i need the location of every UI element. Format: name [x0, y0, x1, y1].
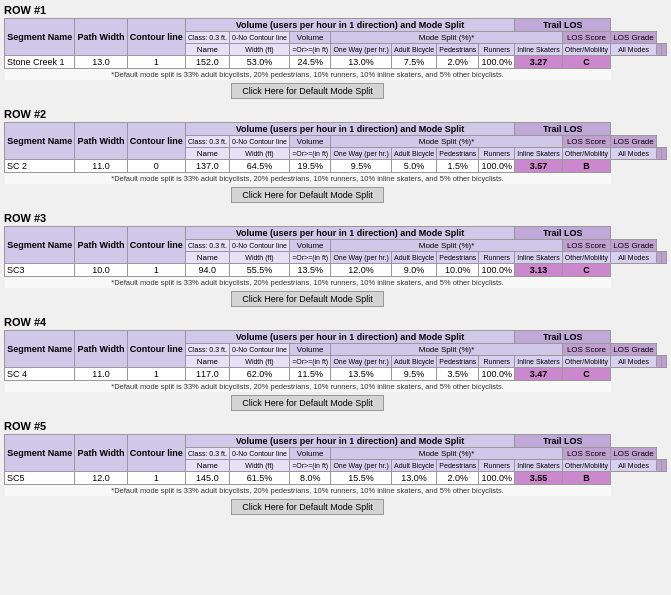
- col-header-volume: Volume (users per hour in 1 direction) a…: [185, 123, 514, 136]
- table-row: Stone Creek 113.01152.053.0%24.5%13.0%7.…: [5, 56, 667, 69]
- col-header-segment: Segment Name: [5, 123, 75, 160]
- subheader-los-grade: LOS Grade: [611, 32, 657, 44]
- cell-path: 13.0: [75, 56, 127, 69]
- namerow-los-grade: [661, 356, 666, 368]
- subheader-nocontour: 0-No Contour line: [229, 136, 289, 148]
- col-header-segment: Segment Name: [5, 435, 75, 472]
- cell-contour: 1: [127, 472, 185, 485]
- col-header-volume: Volume (users per hour in 1 direction) a…: [185, 227, 514, 240]
- namerow-los-grade: [661, 148, 666, 160]
- col-header-trail-los: Trail LOS: [515, 331, 611, 344]
- cell-volume: 145.0: [185, 472, 229, 485]
- namerow-width: Width (ft): [229, 44, 289, 56]
- subheader-class: Class: 0.3 ft.: [185, 344, 229, 356]
- row-block-1: ROW #1Segment NamePath WidthContour line…: [4, 4, 667, 102]
- row-label-4: ROW #4: [4, 316, 667, 328]
- namerow-ms-3: Inline Skaters: [515, 252, 563, 264]
- cell-path: 12.0: [75, 472, 127, 485]
- table-5: Segment NamePath WidthContour lineVolume…: [4, 434, 667, 518]
- cell-path: 11.0: [75, 160, 127, 173]
- col-header-trail-los: Trail LOS: [515, 19, 611, 32]
- namerow-ms-4: Other/Mobility: [562, 460, 610, 472]
- default-mode-split-button-3[interactable]: Click Here for Default Mode Split: [231, 291, 384, 307]
- cell-ms-adult: 62.0%: [229, 368, 289, 381]
- namerow-allmodes: All Modes: [611, 252, 657, 264]
- subheader-los-score: LOS Score: [562, 32, 610, 44]
- subheader-los-score: LOS Score: [562, 136, 610, 148]
- cell-volume: 137.0: [185, 160, 229, 173]
- table-row: SC512.01145.061.5%8.0%15.5%13.0%2.0%100.…: [5, 472, 667, 485]
- namerow-width: Width (ft): [229, 148, 289, 160]
- cell-ms-runners: 9.5%: [331, 160, 392, 173]
- namerow-ms-0: Adult Bicycle: [391, 460, 436, 472]
- cell-los-score: 3.13: [515, 264, 563, 277]
- row-block-3: ROW #3Segment NamePath WidthContour line…: [4, 212, 667, 310]
- col-header-volume: Volume (users per hour in 1 direction) a…: [185, 19, 514, 32]
- col-header-path: Path Width: [75, 123, 127, 160]
- namerow-ms-0: Adult Bicycle: [391, 252, 436, 264]
- namerow-ms-1: Pedestrians: [437, 44, 479, 56]
- table-row: SC 211.00137.064.5%19.5%9.5%5.0%1.5%100.…: [5, 160, 667, 173]
- table-4: Segment NamePath WidthContour lineVolume…: [4, 330, 667, 414]
- default-mode-split-button-5[interactable]: Click Here for Default Mode Split: [231, 499, 384, 515]
- namerow-ms-4: Other/Mobility: [562, 356, 610, 368]
- col-header-path: Path Width: [75, 435, 127, 472]
- cell-segment: SC 4: [5, 368, 75, 381]
- default-mode-split-button-1[interactable]: Click Here for Default Mode Split: [231, 83, 384, 99]
- subheader-modesplit: Mode Split (%)*: [331, 240, 562, 252]
- subheader-los-score: LOS Score: [562, 240, 610, 252]
- cell-allmodes: 100.0%: [479, 472, 515, 485]
- cell-ms-ped: 11.5%: [290, 368, 331, 381]
- cell-los-grade: B: [562, 160, 610, 173]
- cell-ms-adult: 64.5%: [229, 160, 289, 173]
- namerow-ms-1: Pedestrians: [437, 460, 479, 472]
- namerow-oneway: One Way (per hr.): [331, 44, 392, 56]
- cell-allmodes: 100.0%: [479, 56, 515, 69]
- subheader-class: Class: 0.3 ft.: [185, 240, 229, 252]
- namerow-contour: =Or>=(in ft): [290, 148, 331, 160]
- cell-ms-other: 2.0%: [437, 56, 479, 69]
- namerow-ms-2: Runners: [479, 460, 515, 472]
- cell-volume: 94.0: [185, 264, 229, 277]
- namerow-contour: =Or>=(in ft): [290, 252, 331, 264]
- row-block-2: ROW #2Segment NamePath WidthContour line…: [4, 108, 667, 206]
- namerow-ms-3: Inline Skaters: [515, 44, 563, 56]
- note-text: *Default mode split is 33% adult bicycli…: [5, 69, 611, 81]
- table-3: Segment NamePath WidthContour lineVolume…: [4, 226, 667, 310]
- namerow-ms-4: Other/Mobility: [562, 252, 610, 264]
- namerow-oneway: One Way (per hr.): [331, 460, 392, 472]
- namerow-contour: =Or>=(in ft): [290, 460, 331, 472]
- namerow-contour: =Or>=(in ft): [290, 44, 331, 56]
- namerow-ms-2: Runners: [479, 252, 515, 264]
- cell-los-score: 3.55: [515, 472, 563, 485]
- col-header-contour: Contour line: [127, 331, 185, 368]
- cell-ms-ped: 24.5%: [290, 56, 331, 69]
- namerow-name: Name: [185, 44, 229, 56]
- cell-ms-inline: 9.5%: [391, 368, 436, 381]
- namerow-name: Name: [185, 148, 229, 160]
- subheader-class: Class: 0.3 ft.: [185, 448, 229, 460]
- subheader-volume: Volume: [290, 32, 331, 44]
- subheader-class: Class: 0.3 ft.: [185, 136, 229, 148]
- namerow-ms-1: Pedestrians: [437, 356, 479, 368]
- cell-los-grade: B: [562, 472, 610, 485]
- default-mode-split-button-2[interactable]: Click Here for Default Mode Split: [231, 187, 384, 203]
- namerow-ms-4: Other/Mobility: [562, 148, 610, 160]
- cell-ms-ped: 19.5%: [290, 160, 331, 173]
- table-row: SC310.0194.055.5%13.5%12.0%9.0%10.0%100.…: [5, 264, 667, 277]
- subheader-modesplit: Mode Split (%)*: [331, 136, 562, 148]
- namerow-allmodes: All Modes: [611, 44, 657, 56]
- namerow-name: Name: [185, 252, 229, 264]
- cell-allmodes: 100.0%: [479, 264, 515, 277]
- col-header-segment: Segment Name: [5, 331, 75, 368]
- namerow-width: Width (ft): [229, 252, 289, 264]
- note-text: *Default mode split is 33% adult bicycli…: [5, 277, 611, 289]
- default-mode-split-button-4[interactable]: Click Here for Default Mode Split: [231, 395, 384, 411]
- col-header-path: Path Width: [75, 227, 127, 264]
- cell-ms-adult: 55.5%: [229, 264, 289, 277]
- subheader-los-grade: LOS Grade: [611, 136, 657, 148]
- cell-ms-inline: 5.0%: [391, 160, 436, 173]
- table-2: Segment NamePath WidthContour lineVolume…: [4, 122, 667, 206]
- cell-allmodes: 100.0%: [479, 160, 515, 173]
- namerow-ms-2: Runners: [479, 44, 515, 56]
